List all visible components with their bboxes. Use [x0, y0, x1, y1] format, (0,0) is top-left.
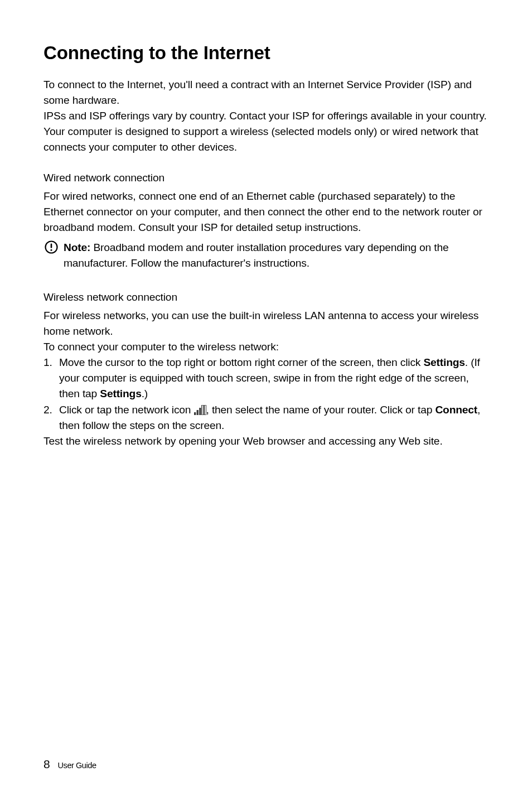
wireless-paragraph-3: Test the wireless network by opening you… [43, 433, 489, 449]
note-block: Note: Broadband modem and router install… [43, 240, 489, 271]
step1-bold-1: Settings [423, 356, 465, 368]
step1-bold-2: Settings [100, 388, 141, 399]
wireless-paragraph-1: For wireless networks, you can use the b… [43, 308, 489, 339]
svg-rect-6 [201, 405, 203, 415]
note-text: Note: Broadband modem and router install… [64, 240, 489, 271]
page-heading: Connecting to the Internet [43, 42, 489, 64]
step-2: Click or tap the network icon , then sel… [43, 402, 489, 433]
svg-rect-3 [194, 412, 196, 415]
step1-text-a: Move the cursor to the top right or bott… [59, 356, 423, 368]
info-icon [45, 240, 58, 254]
wired-paragraph: For wired networks, connect one end of a… [43, 189, 489, 235]
page-footer: 8User Guide [43, 758, 96, 771]
step-1: Move the cursor to the top right or bott… [43, 355, 489, 402]
svg-rect-5 [199, 408, 201, 415]
step1-text-c: .) [142, 388, 148, 399]
page-number: 8 [43, 758, 50, 770]
intro-paragraph-3: Your computer is designed to support a w… [43, 124, 489, 155]
note-label: Note: [64, 242, 90, 253]
svg-rect-4 [196, 410, 198, 415]
step2-text-a: Click or tap the network icon [59, 404, 194, 416]
svg-rect-1 [51, 244, 52, 248]
svg-point-2 [50, 249, 52, 251]
note-body: Broadband modem and router installation … [64, 242, 448, 269]
footer-label: User Guide [58, 761, 96, 770]
network-signal-icon [194, 404, 206, 414]
step2-bold: Connect [435, 404, 477, 416]
wireless-steps: Move the cursor to the top right or bott… [43, 355, 489, 433]
wireless-paragraph-2: To connect your computer to the wireless… [43, 339, 489, 355]
wired-heading: Wired network connection [43, 172, 489, 184]
intro-paragraph-1: To connect to the Internet, you'll need … [43, 77, 489, 108]
wireless-heading: Wireless network connection [43, 291, 489, 303]
intro-paragraph-2: IPSs and ISP offerings vary by country. … [43, 108, 489, 124]
step2-text-b: , then select the name of your router. C… [206, 404, 436, 416]
